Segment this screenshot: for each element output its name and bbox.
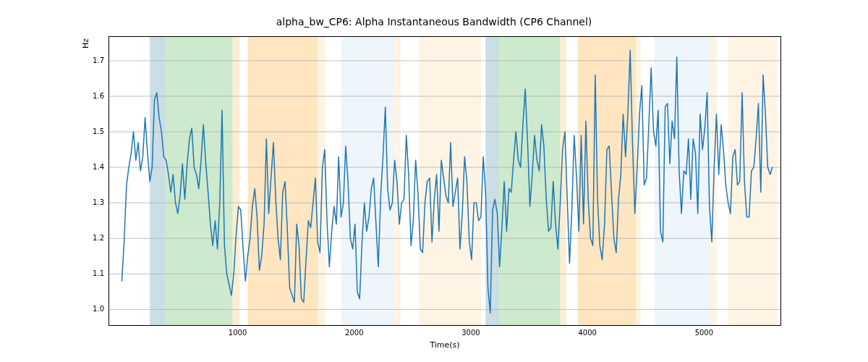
shaded-region xyxy=(578,37,637,325)
x-axis-label: Time(s) xyxy=(109,340,781,350)
chart-title: alpha_bw_CP6: Alpha Instantaneous Bandwi… xyxy=(0,16,868,28)
shaded-region xyxy=(728,37,778,325)
x-tick: 1000 xyxy=(229,329,247,337)
y-tick: 1.4 xyxy=(82,163,104,171)
x-tick: 5000 xyxy=(695,329,713,337)
y-tick: 1.1 xyxy=(82,269,104,277)
shaded-region xyxy=(233,37,240,325)
y-tick: 1.2 xyxy=(82,234,104,242)
shaded-region xyxy=(419,37,480,325)
x-tick: 4000 xyxy=(578,329,596,337)
plot-area xyxy=(109,36,781,326)
y-tick: 1.6 xyxy=(82,91,104,99)
shaded-region xyxy=(150,37,165,325)
x-tick: 3000 xyxy=(461,329,480,337)
shaded-region xyxy=(165,37,232,325)
x-tick: 2000 xyxy=(345,329,363,337)
y-tick: 1.5 xyxy=(82,127,104,135)
y-tick: 1.7 xyxy=(82,56,104,64)
figure: alpha_bw_CP6: Alpha Instantaneous Bandwi… xyxy=(0,0,868,362)
y-tick: 1.3 xyxy=(82,198,104,206)
shaded-region xyxy=(655,37,710,325)
y-tick: 1.0 xyxy=(82,305,104,313)
shaded-region xyxy=(247,37,318,325)
plot-svg xyxy=(109,37,780,325)
shaded-region xyxy=(341,37,393,325)
